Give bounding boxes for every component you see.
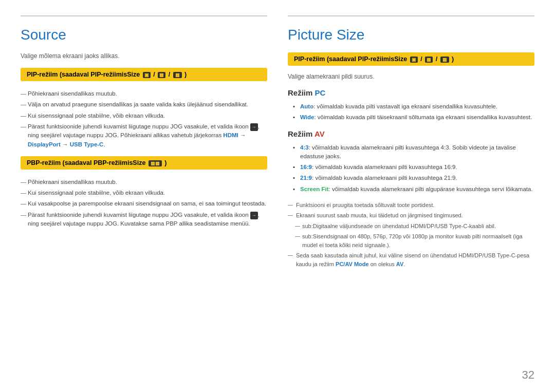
- pip-bullet-2: Välja on arvatud praegune sisendallikas …: [21, 99, 267, 110]
- pip-bullet-list: Põhiekraani sisendallikas muutub. Välja …: [21, 88, 267, 150]
- pip-icon3: ▦: [173, 72, 182, 78]
- pip-bullet-1: Põhiekraani sisendallikas muutub.: [21, 88, 267, 99]
- pbp-bullet-list: Põhiekraani sisendallikas muutub. Kui si…: [21, 177, 267, 230]
- pip-highlight-box: PIP-režiim (saadaval PIP-režiimisSize ▣ …: [21, 68, 267, 81]
- source-title: Source: [21, 27, 267, 43]
- pbp-icon: ▦▦: [149, 160, 162, 166]
- note-3: Seda saab kasutada ainult juhul, kui väl…: [288, 250, 534, 269]
- right-pip-icon1: ▣: [410, 57, 418, 63]
- pip-bullet-3: Kui sisenssignaal pole stabiilne, võib e…: [21, 110, 267, 121]
- note-2b: sub:Sisendsignaal on 480p, 576p, 720p võ…: [288, 231, 534, 250]
- notes-list: Funktsiooni ei pruugita toetada sõltuval…: [288, 200, 534, 270]
- right-pip-icon3: ▦: [440, 57, 449, 63]
- right-pip-label: PIP-režiim (saadaval PIP-režiimisSize ▣ …: [294, 55, 454, 63]
- av-bullet-43: 4:3: võimaldab kuvada alamekraani pilti …: [293, 142, 534, 162]
- note-2: Ekraani suurust saab muuta, kui täidetud…: [288, 210, 534, 221]
- picture-size-intro: Valige alamekraani pildi suurus.: [288, 73, 534, 80]
- pip-icon2: ▩: [158, 72, 165, 78]
- note-2a: sub:Digitaalne väljundseade on ühendatud…: [288, 221, 534, 232]
- source-intro: Valige mõlema ekraani jaoks allikas.: [21, 52, 267, 60]
- av-bullet-screenfit: Screen Fit: võimaldab kuvada alamekraani…: [293, 184, 534, 195]
- pbp-label: PBP-režiim (saadaval PBP-režiimisSize ▦▦…: [27, 159, 167, 166]
- right-column: Picture Size PIP-režiim (saadaval PIP-re…: [288, 15, 534, 377]
- pc-bullet-wide: Wide: võimaldab kuvada pilti täisekraani…: [293, 112, 534, 123]
- pbp-bullet-4: Pärast funktsioonide juhendi kuvamist li…: [21, 210, 267, 230]
- note-1: Funktsiooni ei pruugita toetada sõltuval…: [288, 200, 534, 211]
- av-mode-list: 4:3: võimaldab kuvada alamekraani pilti …: [288, 142, 534, 195]
- right-pip-icon2: ▩: [425, 57, 433, 63]
- av-mode-title: Režiim AV: [288, 129, 534, 138]
- pc-mode-list: Auto: võimaldab kuvada pilti vastavalt i…: [288, 101, 534, 123]
- pip-bullet-4: Pärast funktsioonide juhendi kuvamist li…: [21, 121, 267, 150]
- av-bullet-169: 16:9: võimaldab kuvada alamekraani pilti…: [293, 162, 534, 173]
- pbp-bullet-3: Kui vasakpoolse ja parempoolse ekraani s…: [21, 198, 267, 209]
- right-pip-highlight-box: PIP-režiim (saadaval PIP-režiimisSize ▣ …: [288, 52, 534, 66]
- pbp-bullet-2: Kui sisenssignaal pole stabiilne, võib e…: [21, 188, 267, 198]
- page-number: 32: [522, 368, 534, 382]
- pc-mode-title: Režiim PC: [288, 88, 534, 97]
- picture-size-title: Picture Size: [288, 27, 534, 43]
- av-bullet-219: 21:9: võimaldab kuvada alamekraani pilti…: [293, 173, 534, 183]
- pip-icon1: ▣: [143, 72, 151, 78]
- left-column: Source Valige mõlema ekraani jaoks allik…: [21, 15, 267, 377]
- pc-bullet-auto: Auto: võimaldab kuvada pilti vastavalt i…: [293, 101, 534, 112]
- page-container: Source Valige mõlema ekraani jaoks allik…: [0, 0, 555, 392]
- pbp-highlight-box: PBP-režiim (saadaval PBP-režiimisSize ▦▦…: [21, 156, 267, 170]
- pbp-bullet-1: Põhiekraani sisendallikas muutub.: [21, 177, 267, 188]
- pip-label: PIP-režiim (saadaval PIP-režiimisSize ▣ …: [27, 71, 187, 78]
